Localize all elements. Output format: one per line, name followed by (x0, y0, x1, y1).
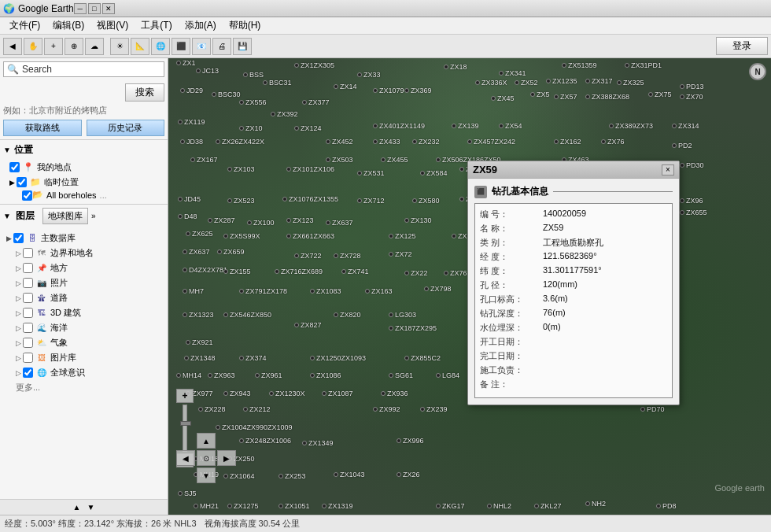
layer-main-db-checkbox[interactable] (13, 233, 24, 243)
layer-awareness-checkbox[interactable] (23, 368, 33, 378)
info-val: 工程地质勘察孔 (543, 237, 603, 249)
map-label: ZX52 (515, 79, 538, 87)
nav-up[interactable]: ▲ (197, 433, 216, 449)
all-boreholes-item[interactable]: 📂 All boreholes ... (3, 190, 164, 201)
layer-local-checkbox[interactable] (23, 263, 33, 273)
map-label: JC13 (196, 67, 219, 75)
map-label: ZX101ZX106 (286, 165, 334, 173)
menu-view[interactable]: 视图(V) (90, 17, 135, 34)
toolbar-back[interactable]: ◀ (3, 38, 22, 55)
menu-add[interactable]: 添加(A) (179, 17, 223, 34)
search-bar[interactable]: 🔍 Search (3, 61, 164, 77)
toolbar-measure[interactable]: 📐 (131, 38, 149, 55)
layer-weather-checkbox[interactable] (23, 338, 33, 348)
menu-tools[interactable]: 工具(T) (135, 17, 178, 34)
layer-borders[interactable]: ▷ 🗺 边界和地名 (3, 246, 164, 260)
toolbar-sun[interactable]: ☀ (110, 38, 129, 55)
map-label: ZX921 (186, 338, 213, 346)
nav-down[interactable]: ▼ (197, 467, 216, 483)
history-button[interactable]: 历史记录 (87, 120, 165, 136)
layer-road-checkbox[interactable] (23, 293, 33, 303)
map-label: ZX936 (381, 390, 408, 397)
layer-gallery[interactable]: ▷ 🖼 图片库 (3, 350, 164, 365)
boreholes-checkbox[interactable] (22, 190, 32, 201)
layer-borders-checkbox[interactable] (23, 248, 33, 258)
compass: N (749, 63, 766, 80)
nav-right[interactable]: ▶ (217, 450, 236, 466)
layer-photo[interactable]: ▷ 📷 照片 (3, 275, 164, 290)
menu-edit[interactable]: 编辑(B) (46, 17, 90, 34)
zoom-in-button[interactable]: + (176, 389, 194, 403)
toolbar-save[interactable]: 💾 (233, 38, 252, 55)
map-label: ZX18 (444, 63, 467, 71)
toolbar-print[interactable]: 🖨 (212, 38, 231, 55)
maximize-button[interactable]: □ (88, 3, 101, 14)
map-label: PD2 (672, 142, 692, 150)
map-label: ZX637 (326, 219, 353, 227)
my-places-item[interactable]: 📍 我的地点 (3, 160, 164, 175)
layer-gallery-checkbox[interactable] (23, 353, 33, 363)
popup-close-button[interactable]: × (662, 164, 674, 175)
layer-more[interactable]: 更多... (3, 380, 164, 395)
map-label: ZX253 (279, 472, 306, 480)
toolbar-nav7[interactable]: 📧 (192, 38, 211, 55)
photo-icon: 📷 (36, 278, 47, 289)
map-label: ZX798 (424, 285, 452, 293)
login-button[interactable]: 登录 (716, 37, 768, 55)
menu-file[interactable]: 文件(F) (3, 17, 46, 34)
toolbar-nav6[interactable]: ⬛ (172, 38, 190, 55)
layer-local[interactable]: ▷ 📌 地方 (3, 260, 164, 275)
toolbar-nav2[interactable]: + (44, 38, 63, 55)
toolbar-nav4[interactable]: ☁ (85, 38, 104, 55)
layer-road[interactable]: ▷ 🛣 道路 (3, 290, 164, 305)
layer-ocean-checkbox[interactable] (23, 323, 33, 333)
info-row: 名 称：ZX59 (480, 223, 667, 235)
globe-library-button[interactable]: 地球图库 (42, 208, 88, 224)
search-button[interactable]: 搜索 (125, 83, 164, 102)
map-label: ZX130 (404, 216, 432, 224)
location-title: 位置 (14, 143, 33, 157)
close-button[interactable]: ✕ (102, 3, 115, 14)
get-route-button[interactable]: 获取路线 (3, 120, 82, 136)
info-row: 完工日期： (480, 350, 667, 362)
layer-awareness[interactable]: ▷ 🌐 全球意识 (3, 365, 164, 380)
scroll-up[interactable]: ▲ (70, 503, 84, 512)
temp-places-checkbox[interactable] (17, 177, 27, 187)
map-label: ZX75 (648, 91, 672, 98)
map-label: ZX5S99X (223, 232, 260, 240)
toolbar-nav1[interactable]: ✋ (24, 38, 42, 55)
map-label: PD13 (680, 83, 704, 91)
layer-building[interactable]: ▷ 🏗 3D 建筑 (3, 305, 164, 320)
map-label: ZX1323 (183, 311, 214, 319)
border-icon: 🗺 (36, 248, 47, 259)
map-label: ZX1348 (184, 354, 216, 362)
toolbar-nav5[interactable]: 🌐 (151, 38, 170, 55)
info-val: 0(m) (543, 322, 561, 334)
temp-places-item[interactable]: ▶ 📁 临时位置 (3, 175, 164, 190)
layer-building-checkbox[interactable] (23, 308, 33, 318)
layer-photo-checkbox[interactable] (23, 278, 33, 288)
nav-center[interactable]: ⊙ (197, 450, 216, 466)
menu-help[interactable]: 帮助(H) (223, 17, 267, 34)
layer-main-db[interactable]: ▶ 🗄 主数据库 (3, 231, 164, 246)
map-area[interactable]: ZX1ZX1ZX305ZX33ZX18ZX341ZX51359ZX31PD1JC… (168, 58, 771, 515)
nav-left[interactable]: ◀ (176, 450, 195, 466)
map-label: ZX655 (680, 209, 707, 216)
my-places-checkbox[interactable] (9, 162, 20, 172)
map-label: BSC31 (263, 79, 292, 87)
map-label: ZX377 (302, 98, 330, 106)
map-label: MH7 (183, 287, 204, 295)
map-label: ZX546ZX850 (223, 311, 271, 319)
layer-weather[interactable]: ▷ ⛅ 气象 (3, 335, 164, 350)
layer-building-label: 3D 建筑 (50, 307, 81, 319)
minimize-button[interactable]: ─ (74, 3, 87, 14)
toolbar-nav3[interactable]: ⊕ (65, 38, 83, 55)
map-label: ZX1275 (227, 502, 259, 510)
map-label: ZX287 (208, 216, 235, 224)
expand-icon: ▷ (16, 354, 21, 362)
scroll-down[interactable]: ▼ (84, 503, 98, 512)
map-label: SG61 (389, 371, 413, 379)
map-label: NH2 (585, 500, 606, 508)
layer-ocean[interactable]: ▷ 🌊 海洋 (3, 320, 164, 335)
folder-icon: 📁 (30, 177, 41, 188)
